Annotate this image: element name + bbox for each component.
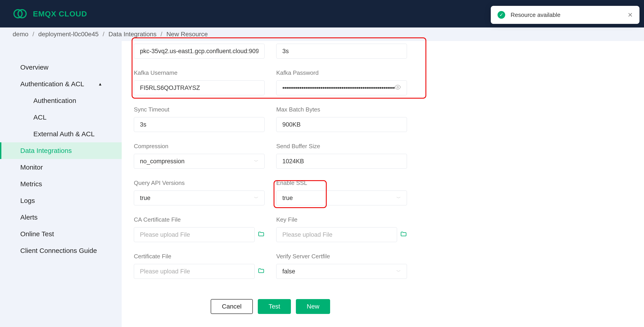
max-batch-bytes-label: Max Batch Bytes [276, 106, 407, 113]
sidebar-alerts-label: Alerts [20, 214, 38, 221]
kafka-password-input[interactable] [276, 80, 407, 95]
breadcrumb-sep: / [103, 31, 104, 38]
compression-label: Compression [134, 143, 264, 150]
enable-ssl-value: true [282, 195, 293, 202]
test-button[interactable]: Test [258, 299, 291, 314]
folder-icon[interactable] [400, 231, 407, 239]
key-file-label: Key File [276, 216, 407, 223]
toast-resource-available: ✓ Resource available ✕ [491, 6, 640, 24]
sidebar-online-test-label: Online Test [20, 230, 54, 238]
sync-timeout-field[interactable] [140, 121, 258, 128]
verify-server-value: false [282, 268, 295, 275]
kafka-server-field[interactable] [140, 48, 258, 55]
cert-file-input[interactable] [134, 264, 255, 279]
send-buffer-size-label: Send Buffer Size [276, 143, 407, 150]
chevron-up-icon: ▴ [99, 81, 102, 87]
sidebar-acl-label: ACL [33, 113, 46, 121]
ca-cert-input[interactable] [134, 227, 255, 242]
sidebar-metrics-label: Metrics [20, 180, 42, 188]
sidebar-metrics[interactable]: Metrics [0, 176, 122, 192]
sidebar-client-guide[interactable]: Client Connections Guide [0, 242, 122, 259]
key-file-field[interactable] [282, 231, 391, 238]
crumb-page: New Resource [166, 31, 208, 38]
sidebar-auth-acl[interactable]: Authentication & ACL ▴ [0, 76, 122, 92]
breadcrumb-sep: / [161, 31, 162, 38]
new-button[interactable]: New [296, 299, 330, 314]
sidebar-monitor-label: Monitor [20, 163, 43, 171]
kafka-password-label: Kafka Password [276, 69, 407, 76]
kafka-username-field[interactable] [140, 84, 258, 91]
sidebar-monitor[interactable]: Monitor [0, 159, 122, 176]
enable-ssl-label: Enable SSL [276, 180, 407, 186]
brand-logo-icon [12, 8, 28, 19]
timeout-input[interactable] [276, 44, 407, 58]
crumb-deployment[interactable]: deployment-l0c00e45 [38, 31, 99, 38]
button-row: Cancel Test New [134, 299, 407, 314]
main-content: Kafka Username Kafka Password [122, 41, 644, 327]
check-icon: ✓ [498, 11, 505, 19]
chevron-down-icon: ﹀ [396, 269, 401, 275]
ca-cert-field[interactable] [140, 231, 248, 238]
sidebar-logs[interactable]: Logs [0, 192, 122, 209]
send-buffer-size-field[interactable] [282, 158, 401, 165]
sidebar-overview[interactable]: Overview [0, 59, 122, 76]
brand-text: EMQX CLOUD [33, 9, 87, 18]
eye-icon[interactable] [394, 84, 401, 92]
query-api-versions-select[interactable]: true ﹀ [134, 191, 264, 205]
query-api-versions-value: true [140, 195, 150, 202]
sidebar-authentication[interactable]: Authentication [0, 92, 122, 109]
folder-icon[interactable] [258, 267, 264, 276]
sidebar-authentication-label: Authentication [33, 97, 76, 104]
toast-message: Resource available [510, 11, 560, 18]
sidebar-external-auth-label: External Auth & ACL [33, 130, 95, 138]
sidebar-data-integrations-label: Data Integrations [20, 147, 72, 154]
max-batch-bytes-input[interactable] [276, 117, 407, 132]
kafka-username-label: Kafka Username [134, 69, 264, 76]
send-buffer-size-input[interactable] [276, 154, 407, 169]
sidebar-logs-label: Logs [20, 197, 35, 205]
ca-cert-label: CA Certificate File [134, 216, 264, 223]
compression-select[interactable]: no_compression ﹀ [134, 154, 264, 169]
sidebar-online-test[interactable]: Online Test [0, 226, 122, 242]
breadcrumb: demo / deployment-l0c00e45 / Data Integr… [0, 27, 644, 41]
timeout-field[interactable] [282, 48, 401, 55]
chevron-down-icon: ﹀ [396, 195, 401, 201]
max-batch-bytes-field[interactable] [282, 121, 401, 128]
brand[interactable]: EMQX CLOUD [12, 8, 87, 19]
crumb-demo[interactable]: demo [12, 31, 28, 38]
sync-timeout-label: Sync Timeout [134, 106, 264, 113]
svg-point-2 [397, 86, 398, 88]
sidebar-data-integrations[interactable]: Data Integrations [0, 142, 122, 159]
sidebar-auth-acl-label: Authentication & ACL [20, 80, 84, 88]
sidebar-external-auth[interactable]: External Auth & ACL [0, 126, 122, 142]
verify-server-label: Verify Server Certfile [276, 253, 407, 260]
sidebar-alerts[interactable]: Alerts [0, 209, 122, 226]
enable-ssl-select[interactable]: true ﹀ [276, 191, 407, 205]
cert-file-label: Certificate File [134, 253, 264, 260]
kafka-password-field[interactable] [282, 84, 394, 91]
cert-file-field[interactable] [140, 268, 248, 275]
sidebar-client-guide-label: Client Connections Guide [20, 247, 97, 255]
query-api-versions-label: Query API Versions [134, 180, 264, 186]
sidebar-acl[interactable]: ACL [0, 109, 122, 126]
chevron-down-icon: ﹀ [254, 195, 258, 201]
key-file-input[interactable] [276, 227, 397, 242]
crumb-section[interactable]: Data Integrations [108, 31, 156, 38]
sidebar: Overview Authentication & ACL ▴ Authenti… [0, 41, 122, 327]
cancel-button[interactable]: Cancel [211, 299, 253, 314]
verify-server-select[interactable]: false ﹀ [276, 264, 407, 279]
sync-timeout-input[interactable] [134, 117, 264, 132]
close-icon[interactable]: ✕ [628, 11, 633, 19]
breadcrumb-sep: / [32, 31, 34, 38]
kafka-username-input[interactable] [134, 80, 264, 95]
compression-value: no_compression [140, 158, 184, 165]
chevron-down-icon: ﹀ [254, 158, 258, 164]
sidebar-overview-label: Overview [20, 63, 48, 71]
folder-icon[interactable] [258, 231, 264, 239]
kafka-server-input[interactable] [134, 44, 264, 58]
